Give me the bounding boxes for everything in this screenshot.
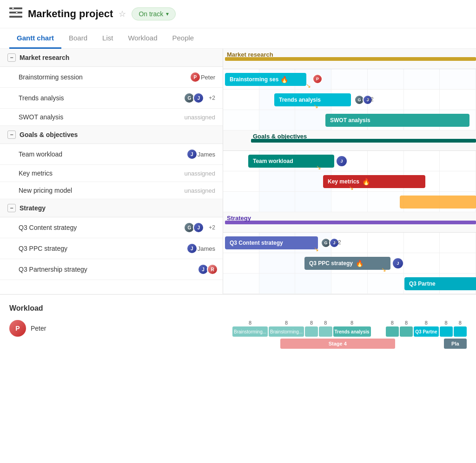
workload-person: P Peter [9, 320, 232, 337]
tab-gantt[interactable]: Gantt chart [9, 28, 61, 49]
day-number: 8 [285, 320, 288, 326]
day-number: 8 [425, 320, 428, 326]
bar-label: Team workload [253, 158, 293, 164]
fire-icon: 🔥 [356, 260, 364, 267]
workload-bar [319, 326, 332, 337]
stage-bars: Stage 4 Pla [232, 339, 467, 349]
assignee-name: James [198, 245, 215, 252]
svg-rect-2 [9, 16, 22, 18]
assignee: P Peter [190, 72, 215, 83]
gantt-key-metrics: Key metrics 🔥 ↘ [223, 171, 476, 192]
workload-bar-trends: Trends analysis [333, 326, 371, 337]
task-swot: SWOT analysis unassigned [0, 109, 223, 126]
extra-count: +2 [209, 95, 215, 101]
tab-list[interactable]: List [95, 28, 120, 49]
svg-rect-4 [16, 12, 18, 13]
workload-day: 8 [386, 320, 399, 337]
status-badge[interactable]: On track ▾ [132, 7, 176, 20]
avatar: J [193, 92, 204, 104]
trends-bar[interactable]: Trends analysis [274, 93, 351, 106]
workload-bar-brainstorming3 [305, 326, 318, 337]
swot-bar[interactable]: SWOT analysis [325, 114, 469, 127]
tab-people[interactable]: People [165, 28, 201, 49]
group-market-research: − Market research [0, 49, 223, 67]
group-goals: − Goals & objectives [0, 126, 223, 144]
content-strategy-bar[interactable]: Q3 Content strategy [225, 236, 318, 249]
svg-rect-3 [12, 7, 14, 9]
task-content-strategy: Q3 Content strategy G J +2 [0, 217, 223, 238]
tab-workload[interactable]: Workload [120, 28, 165, 49]
group-label: Market research [20, 54, 69, 61]
dep-arrow-icon: ↘ [349, 184, 354, 191]
workload-day: 8 [319, 320, 332, 337]
gantt-group-market-research: Market research [223, 49, 476, 69]
chevron-down-icon: ▾ [166, 11, 169, 17]
workload-bar-empty [372, 321, 385, 331]
avatar: J [186, 243, 198, 254]
gantt-brainstorming: Brainstorming ses 🔥 P ↘ [223, 69, 476, 90]
project-icon [9, 7, 22, 20]
nav-tabs: Gantt chart Board List Workload People [0, 28, 476, 49]
assignee-name: James [198, 151, 215, 158]
workload-day: 8 Brainstorming... [269, 320, 304, 337]
key-metrics-bar[interactable]: Key metrics 🔥 [323, 175, 425, 188]
task-name: Key metrics [19, 170, 185, 177]
plan-bar: Pla [444, 339, 467, 349]
gantt-group-label: Market research [227, 51, 273, 58]
bar-label: Q3 Partne [409, 280, 436, 287]
workload-bar [386, 326, 399, 337]
dep-arrow-icon: ↘ [306, 82, 311, 89]
bar-label: Trends analysis [279, 97, 321, 103]
collapse-toggle[interactable]: − [7, 53, 16, 62]
gantt-trends: Trends analysis G J +2 ↘ [223, 90, 476, 110]
task-name: Q3 PPC strategy [19, 245, 186, 252]
bar-label: Brainstorming ses [230, 76, 278, 83]
bar-label: Q3 PPC strategy [309, 260, 353, 267]
task-list: − Market research Brainstorming session … [0, 49, 223, 294]
empty-cell [232, 339, 255, 349]
workload-day: 8 [400, 320, 413, 337]
collapse-toggle[interactable]: − [7, 130, 16, 139]
tab-board[interactable]: Board [61, 28, 95, 49]
task-new-pricing: New pricing model unassigned [0, 182, 223, 199]
brainstorming-bar[interactable]: Brainstorming ses 🔥 [225, 73, 306, 86]
task-partnership-strategy: Q3 Partnership strategy J R [0, 259, 223, 280]
gantt-panel: Market research Brainstorming ses 🔥 P ↘ … [223, 49, 476, 294]
bar-label: Key metrics [328, 178, 359, 185]
extra-count: +2 [367, 96, 374, 103]
workload-bar [440, 326, 453, 337]
dep-arrow-icon: ↘ [316, 164, 321, 171]
new-pricing-bar[interactable] [400, 196, 476, 209]
main-content: − Market research Brainstorming session … [0, 49, 476, 294]
avatar: R [207, 264, 218, 275]
avatar: J [193, 222, 204, 233]
workload-bar-brainstorming: Brainstorming... [232, 326, 268, 337]
group-strategy: − Strategy [0, 199, 223, 217]
page-header: Marketing project ☆ On track ▾ [0, 0, 476, 28]
gantt-group-label: Strategy [227, 215, 251, 222]
favorite-icon[interactable]: ☆ [119, 9, 126, 19]
unassigned-label: unassigned [185, 114, 216, 121]
workload-bar [454, 326, 467, 337]
group-label: Goals & objectives [20, 131, 78, 138]
bar-label: Q3 Content strategy [230, 240, 283, 246]
workload-bar-brainstorming2: Brainstorming... [269, 326, 304, 337]
day-number: 8 [391, 320, 394, 326]
task-team-workload: Team workload J James [0, 144, 223, 165]
stage-row: Stage 4 Pla [9, 339, 467, 349]
workload-day: 8 Brainstorming... [232, 320, 268, 337]
workload-section: Workload P Peter 8 Brainstorming... 8 Br… [0, 294, 476, 358]
day-number: 8 [350, 320, 353, 326]
team-workload-bar[interactable]: Team workload [248, 155, 334, 168]
task-name: Q3 Content strategy [19, 224, 184, 231]
day-number: 8 [324, 320, 327, 326]
ppc-strategy-bar[interactable]: Q3 PPC strategy 🔥 [304, 257, 390, 270]
workload-title: Workload [9, 304, 467, 313]
fire-icon: 🔥 [362, 178, 370, 185]
bar-label: SWOT analysis [330, 117, 370, 124]
task-name: SWOT analysis [19, 113, 185, 121]
workload-row-peter: P Peter 8 Brainstorming... 8 Brainstormi… [9, 320, 467, 337]
collapse-toggle[interactable]: − [7, 204, 16, 212]
workload-day-empty [372, 320, 385, 337]
partnership-bar[interactable]: Q3 Partne [404, 277, 476, 290]
